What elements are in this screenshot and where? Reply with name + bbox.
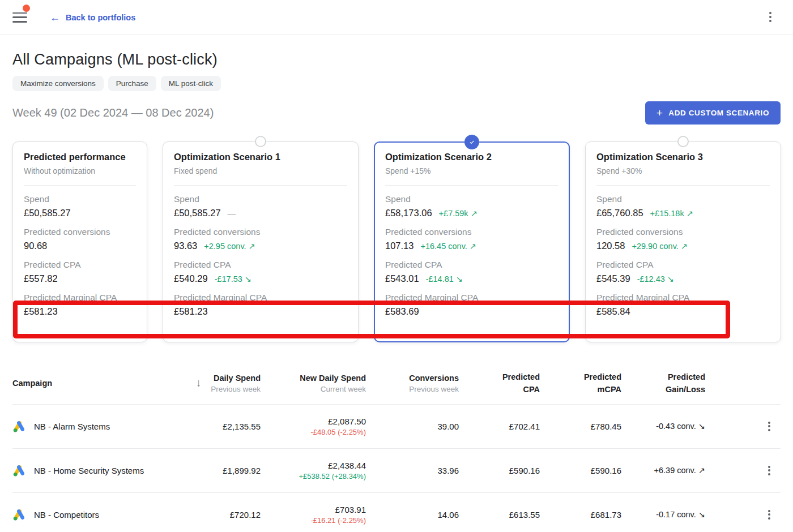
- column-header-daily-spend[interactable]: Daily Spend: [211, 372, 261, 384]
- predicted-mcpa-value: £681.73: [540, 510, 621, 520]
- back-link-label: Back to portfolios: [66, 13, 135, 22]
- conversions-value: 39.00: [366, 422, 459, 431]
- column-header-predicted-cpa[interactable]: Predicted: [459, 371, 540, 383]
- chip-purchase: Purchase: [108, 76, 156, 91]
- row-kebab-menu-icon[interactable]: [766, 508, 773, 522]
- metric-predicted-cpa: Predicted CPA £545.39 -£12.43 ↘: [596, 260, 770, 284]
- delta-value: +£7.59k ↗: [439, 209, 477, 218]
- card-title: Optimization Scenario 1: [174, 152, 347, 162]
- kebab-menu-icon[interactable]: [768, 11, 773, 23]
- sort-descending-icon[interactable]: ↓: [193, 377, 202, 389]
- app-window: ← Back to portfolios All Campaigns (ML p…: [0, 0, 793, 532]
- campaign-name: NB - Home Security Systems: [34, 466, 144, 475]
- card-title: Optimization Scenario 2: [385, 152, 558, 162]
- hamburger-menu-icon[interactable]: [12, 12, 27, 23]
- conversions-value: 33.96: [366, 466, 459, 475]
- chip-ml-post-click: ML post-click: [161, 76, 221, 91]
- predicted-cpa-value: £613.55: [459, 510, 540, 520]
- delta-value: +2.95 conv. ↗: [204, 242, 255, 251]
- metric-spend: Spend £58,173.06 +£7.59k ↗: [385, 194, 558, 218]
- metric-spend: Spend £50,585.27 —: [174, 194, 347, 218]
- metric-predicted-cpa: Predicted CPA £557.82: [24, 260, 136, 284]
- google-ads-icon: [12, 508, 26, 521]
- add-custom-scenario-button[interactable]: + ADD CUSTOM SCENARIO: [645, 101, 781, 125]
- column-header-new-daily-spend[interactable]: New Daily Spend: [261, 372, 366, 384]
- campaign-name: NB - Competitors: [34, 510, 99, 520]
- metric-predicted-conversions: Predicted conversions 90.68: [24, 227, 136, 251]
- predicted-gain-loss-value: -0.17 conv. ↘: [621, 510, 705, 519]
- back-arrow-icon: ←: [50, 12, 60, 23]
- card-optimization-scenario-1[interactable]: Optimization Scenario 1 Fixed spend Spen…: [163, 141, 359, 342]
- delta-value: +29.90 conv. ↗: [632, 242, 688, 251]
- card-predicted-performance: Predicted performance Without optimizati…: [12, 141, 147, 342]
- predicted-cpa-value: £590.16: [459, 466, 540, 475]
- column-header-predicted-mcpa[interactable]: Predicted: [540, 371, 621, 383]
- new-daily-spend-delta: -£16.21 (-2.25%): [261, 516, 366, 525]
- table-row-nb-competitors[interactable]: NB - Competitors £720.12 £703.91 -£16.21…: [12, 493, 781, 532]
- metric-predicted-marginal-cpa: Predicted Marginal CPA £583.69: [385, 293, 558, 317]
- table-header-row: Campaign ↓ Daily Spend Previous week New…: [12, 367, 781, 405]
- metric-spend: Spend £50,585.27: [24, 194, 136, 218]
- campaigns-table: Campaign ↓ Daily Spend Previous week New…: [12, 367, 781, 532]
- scenario-radio-unselected[interactable]: [677, 136, 689, 147]
- metric-predicted-marginal-cpa: Predicted Marginal CPA £581.23: [24, 293, 136, 317]
- divider: [385, 185, 558, 186]
- delta-value: —: [228, 209, 236, 218]
- predicted-mcpa-value: £590.16: [540, 466, 621, 475]
- delta-value: -£14.81 ↘: [426, 274, 463, 284]
- new-daily-spend-value: £2,087.50: [261, 417, 366, 426]
- delta-value: +£15.18k ↗: [650, 209, 693, 218]
- metric-predicted-marginal-cpa: Predicted Marginal CPA £585.84: [596, 293, 770, 317]
- scenario-radio-selected[interactable]: [464, 135, 479, 149]
- daily-spend-value: £2,135.55: [193, 422, 261, 431]
- campaign-name: NB - Alarm Systems: [34, 422, 110, 431]
- card-subtitle: Fixed spend: [174, 166, 347, 175]
- predicted-gain-loss-value: +6.39 conv. ↗: [621, 466, 705, 475]
- conversions-value: 14.06: [366, 510, 459, 520]
- scenario-cards-row: Predicted performance Without optimizati…: [12, 141, 781, 342]
- google-ads-icon: [12, 464, 26, 477]
- predicted-mcpa-value: £780.45: [540, 422, 621, 431]
- card-optimization-scenario-3[interactable]: Optimization Scenario 3 Spend +30% Spend…: [585, 141, 781, 342]
- chip-maximize-conversions: Maximize conversions: [12, 76, 104, 91]
- metric-predicted-cpa: Predicted CPA £543.01 -£14.81 ↘: [385, 260, 558, 284]
- row-kebab-menu-icon[interactable]: [766, 464, 773, 478]
- daily-spend-value: £1,899.92: [193, 466, 261, 475]
- divider: [174, 185, 347, 186]
- card-optimization-scenario-2-selected[interactable]: Optimization Scenario 2 Spend +15% Spend…: [374, 141, 570, 342]
- predicted-gain-loss-value: -0.43 conv. ↘: [621, 422, 705, 431]
- metric-predicted-conversions: Predicted conversions 93.63 +2.95 conv. …: [174, 227, 347, 251]
- week-range-label: Week 49 (02 Dec 2024 — 08 Dec 2024): [12, 106, 214, 119]
- scenario-radio-unselected[interactable]: [255, 136, 266, 147]
- card-subtitle: Without optimization: [24, 166, 136, 175]
- delta-value: -£12.43 ↘: [637, 274, 674, 284]
- metric-predicted-cpa: Predicted CPA £540.29 -£17.53 ↘: [174, 260, 347, 284]
- row-kebab-menu-icon[interactable]: [766, 419, 773, 434]
- metric-spend: Spend £65,760.85 +£15.18k ↗: [596, 194, 770, 218]
- card-title: Predicted performance: [24, 152, 136, 162]
- column-header-predicted-gain-loss[interactable]: Predicted: [621, 371, 705, 383]
- new-daily-spend-value: £703.91: [261, 505, 366, 514]
- check-icon: [468, 138, 476, 147]
- top-bar: ← Back to portfolios: [0, 0, 793, 35]
- new-daily-spend-value: £2,438.44: [261, 461, 366, 470]
- back-to-portfolios-link[interactable]: ← Back to portfolios: [50, 12, 135, 23]
- daily-spend-value: £720.12: [193, 510, 261, 520]
- table-row-nb-home-security-systems[interactable]: NB - Home Security Systems £1,899.92 £2,…: [12, 449, 781, 493]
- table-row-nb-alarm-systems[interactable]: NB - Alarm Systems £2,135.55 £2,087.50 -…: [12, 405, 781, 449]
- plus-icon: +: [656, 108, 663, 118]
- metric-predicted-conversions: Predicted conversions 107.13 +16.45 conv…: [385, 227, 558, 251]
- card-title: Optimization Scenario 3: [596, 152, 770, 162]
- delta-value: -£17.53 ↘: [215, 274, 251, 284]
- tag-chips: Maximize conversions Purchase ML post-cl…: [12, 76, 781, 91]
- predicted-cpa-value: £702.41: [459, 422, 540, 431]
- card-subtitle: Spend +30%: [596, 166, 770, 175]
- google-ads-icon: [12, 419, 26, 433]
- column-header-campaign: Campaign: [12, 377, 193, 389]
- page-title: All Campaigns (ML post-click): [12, 51, 781, 68]
- column-header-conversions[interactable]: Conversions: [366, 372, 459, 384]
- metric-predicted-conversions: Predicted conversions 120.58 +29.90 conv…: [596, 227, 770, 251]
- metric-predicted-marginal-cpa: Predicted Marginal CPA £581.23: [174, 293, 347, 317]
- card-subtitle: Spend +15%: [385, 166, 558, 175]
- delta-value: +16.45 conv. ↗: [420, 242, 476, 251]
